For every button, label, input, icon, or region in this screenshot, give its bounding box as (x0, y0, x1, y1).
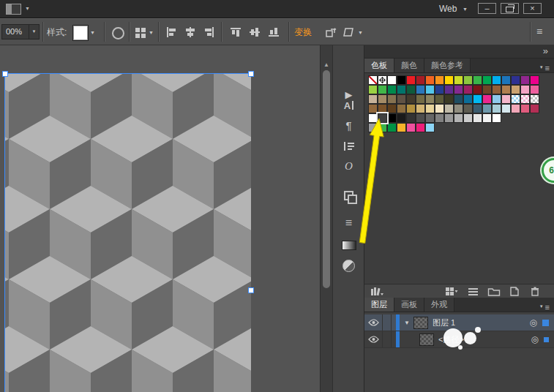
swatch[interactable] (368, 113, 378, 123)
swatch[interactable] (530, 85, 539, 94)
swatch[interactable] (387, 75, 397, 85)
swatch[interactable] (425, 123, 435, 132)
selection-handle-top-right[interactable] (248, 71, 254, 77)
swatch[interactable] (454, 104, 463, 113)
swatch[interactable] (463, 85, 473, 94)
swatch[interactable] (397, 75, 406, 85)
swatch[interactable] (473, 75, 482, 85)
swatch[interactable] (511, 85, 520, 94)
swatch[interactable] (444, 94, 454, 104)
canvas[interactable] (0, 45, 320, 392)
swatch[interactable] (473, 85, 482, 94)
swatch[interactable] (530, 104, 539, 113)
tab-色板[interactable]: 色板 (364, 59, 394, 72)
indent-lines-icon[interactable] (333, 140, 364, 154)
transform-link[interactable]: 变换 (294, 19, 312, 46)
collapse-dock-icon[interactable]: » (543, 45, 548, 57)
swatch[interactable] (444, 85, 454, 94)
tab-外观[interactable]: 外观 (424, 298, 454, 312)
app-menu-caret-icon[interactable]: ▼ (25, 6, 30, 11)
swatch[interactable] (435, 85, 444, 94)
swatch-libraries-icon[interactable] (370, 287, 383, 296)
swatch[interactable] (492, 94, 501, 104)
layer-row[interactable]: ▼图层 1◎ (364, 314, 554, 331)
lock-cell[interactable] (383, 314, 392, 331)
swatch[interactable] (482, 94, 492, 104)
swatch[interactable] (520, 75, 530, 85)
swatch[interactable] (397, 104, 406, 113)
vertical-scrollbar[interactable]: ▲ (320, 45, 332, 392)
restore-button[interactable] (501, 3, 519, 14)
swatch[interactable] (397, 113, 406, 123)
visibility-toggle-eye-icon[interactable] (364, 331, 383, 347)
kind-menu-icon[interactable] (445, 287, 458, 296)
paragraph-icon[interactable]: ¶ (333, 119, 364, 132)
swatch[interactable] (368, 104, 378, 113)
swatch[interactable] (454, 85, 463, 94)
swatch[interactable] (387, 113, 397, 123)
style-fill-swatch[interactable] (72, 25, 89, 41)
swatch[interactable] (406, 75, 416, 85)
swatch[interactable] (406, 85, 416, 94)
selection-handle-top-left[interactable] (2, 71, 8, 77)
transparency-icon[interactable] (333, 260, 364, 275)
target-icon[interactable]: ◎ (531, 334, 539, 344)
layer-thumbnail[interactable] (419, 333, 434, 346)
swatches-panel-menu-icon[interactable]: ▼≡ (539, 61, 550, 74)
align-middle-icon[interactable] (249, 26, 261, 38)
swatch[interactable] (406, 104, 416, 113)
app-icon[interactable] (6, 4, 21, 15)
swatch[interactable] (454, 75, 463, 85)
layer-thumbnail[interactable] (413, 317, 428, 329)
swatch[interactable] (416, 104, 425, 113)
graphic-styles-icon[interactable] (333, 190, 364, 203)
swatch[interactable] (378, 85, 387, 94)
close-button[interactable]: × (523, 3, 542, 14)
delete-swatch-icon[interactable] (528, 287, 542, 296)
swatch[interactable] (368, 123, 378, 132)
list-view-icon[interactable] (467, 287, 480, 296)
swatch[interactable] (463, 113, 473, 123)
new-swatch-icon[interactable] (508, 287, 521, 296)
visibility-toggle-eye-icon[interactable] (364, 314, 383, 331)
selection-chip[interactable] (544, 337, 549, 342)
swatch[interactable] (482, 104, 492, 113)
swatch[interactable] (454, 94, 463, 104)
swatch[interactable] (416, 113, 425, 123)
swatch[interactable] (454, 113, 463, 123)
no-fill-circle-icon[interactable] (112, 27, 124, 39)
swatch[interactable] (530, 94, 539, 104)
zoom-caret-icon[interactable]: ▼ (29, 25, 39, 39)
swatch[interactable] (387, 123, 397, 132)
tab-图层[interactable]: 图层 (364, 298, 394, 312)
swatch[interactable] (530, 75, 539, 85)
swatch[interactable] (511, 104, 520, 113)
selection-chip[interactable] (542, 320, 549, 326)
align-top-icon[interactable] (230, 26, 242, 38)
swatch[interactable] (397, 85, 406, 94)
workspace-caret-icon[interactable]: ▼ (463, 7, 468, 12)
target-icon[interactable]: ◎ (530, 317, 537, 328)
swatch[interactable] (397, 123, 406, 132)
arrange-caret-icon[interactable]: ▼ (149, 30, 154, 35)
swatch[interactable] (492, 113, 501, 123)
swatch[interactable] (520, 94, 530, 104)
swatch[interactable] (378, 94, 387, 104)
swatch[interactable] (406, 94, 416, 104)
swatch[interactable] (387, 104, 397, 113)
swatch[interactable] (492, 104, 501, 113)
swatch[interactable] (416, 123, 425, 132)
swatch[interactable] (435, 104, 444, 113)
swatch[interactable] (463, 75, 473, 85)
arrange-grid-icon[interactable] (135, 28, 140, 32)
swatch[interactable] (425, 75, 435, 85)
tab-颜色[interactable]: 颜色 (394, 59, 424, 72)
swatch[interactable] (492, 85, 501, 94)
character-icon[interactable]: A (333, 99, 364, 112)
swatch[interactable] (501, 104, 511, 113)
swatch[interactable] (482, 113, 492, 123)
rotate-icon[interactable] (325, 26, 337, 38)
opentype-icon[interactable]: O (333, 159, 364, 173)
swatch[interactable] (425, 104, 435, 113)
zoom-field[interactable]: 00% ▼ (1, 24, 40, 39)
